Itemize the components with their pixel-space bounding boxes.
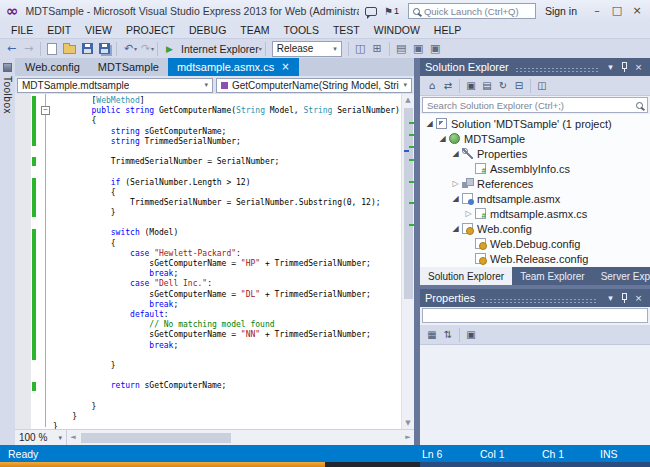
home-icon[interactable]: ⌂ bbox=[424, 80, 440, 91]
menu-item-team[interactable]: TEAM bbox=[233, 22, 276, 38]
properties-shortcut-icon[interactable]: ▣ bbox=[427, 40, 444, 58]
expand-arrow-icon[interactable]: ◢ bbox=[450, 149, 461, 158]
preview-selected-icon[interactable]: ◫ bbox=[534, 80, 550, 91]
tree-item[interactable]: ▷mdtsample.asmx.cs bbox=[420, 206, 650, 221]
expand-arrow-icon[interactable]: ▷ bbox=[450, 179, 461, 188]
menu-item-debug[interactable]: DEBUG bbox=[182, 22, 233, 38]
tab-mdtsample-asmx-cs[interactable]: mdtsample.asmx.cs × bbox=[168, 58, 299, 76]
toolbox-strip[interactable]: Toolbox bbox=[0, 58, 15, 445]
solution-explorer-shortcut-icon[interactable]: ▤ bbox=[393, 40, 410, 58]
extensions-icon[interactable]: ⊞ bbox=[369, 40, 386, 58]
expand-arrow-icon[interactable]: ◢ bbox=[450, 224, 461, 233]
sign-in-link[interactable]: Sign in bbox=[545, 5, 577, 17]
cs-icon bbox=[475, 208, 486, 219]
quick-launch-input[interactable] bbox=[424, 6, 531, 17]
tab-mdtsample[interactable]: MDTSample bbox=[89, 58, 168, 76]
tree-item[interactable]: Web.Release.config bbox=[420, 251, 650, 266]
feedback-icon[interactable] bbox=[365, 7, 377, 16]
solution-tree[interactable]: ◢Solution 'MDTSample' (1 project)◢MDTSam… bbox=[420, 114, 650, 267]
team-explorer-shortcut-icon[interactable]: ▣ bbox=[410, 40, 427, 58]
scroll-left-icon[interactable]: ◄ bbox=[67, 430, 79, 445]
tree-item[interactable]: ◢Properties bbox=[420, 146, 650, 161]
scroll-down-icon[interactable]: ▼ bbox=[402, 417, 414, 429]
collapse-region-icon[interactable] bbox=[41, 106, 50, 115]
properties-header[interactable]: Properties ▾ × bbox=[420, 289, 650, 307]
tree-item[interactable]: ▷References bbox=[420, 176, 650, 191]
chevron-down-icon: ▾ bbox=[58, 434, 62, 442]
pin-icon[interactable] bbox=[622, 293, 627, 300]
property-pages-icon[interactable]: ▣ bbox=[463, 329, 479, 340]
type-dropdown[interactable]: MDTSample.mdtsample ▾ bbox=[17, 78, 213, 93]
tab-team-explorer[interactable]: Team Explorer bbox=[512, 267, 592, 285]
toolbar-separator bbox=[116, 42, 117, 56]
configuration-combo[interactable]: Release ▾ bbox=[272, 41, 342, 57]
solution-search-input[interactable] bbox=[427, 100, 632, 111]
maximize-button[interactable]: □ bbox=[607, 1, 627, 21]
expand-arrow-icon[interactable]: ◢ bbox=[450, 194, 461, 203]
menu-item-edit[interactable]: EDIT bbox=[40, 22, 78, 38]
alphabetical-icon[interactable]: ⇅ bbox=[440, 329, 456, 340]
navigate-forward-icon[interactable]: → bbox=[20, 40, 37, 58]
scrollbar-thumb[interactable] bbox=[81, 433, 231, 443]
show-all-files-icon[interactable]: ▤ bbox=[479, 80, 495, 91]
expand-arrow-icon[interactable]: ◢ bbox=[424, 119, 435, 128]
navigate-backward-icon[interactable]: ← bbox=[3, 40, 20, 58]
save-icon[interactable] bbox=[82, 43, 93, 54]
member-dropdown[interactable]: GetComputerName(String Model, String Ser… bbox=[216, 78, 412, 93]
expand-arrow-icon[interactable]: ▷ bbox=[463, 209, 474, 218]
open-file-icon[interactable] bbox=[63, 45, 76, 54]
close-icon[interactable]: × bbox=[632, 62, 645, 72]
sync-with-active-document-icon[interactable]: ⇄ bbox=[440, 80, 456, 91]
expand-arrow-icon[interactable]: ◢ bbox=[437, 134, 448, 143]
toolbar-separator bbox=[40, 42, 41, 56]
collapse-all-icon[interactable]: ⊟ bbox=[511, 80, 527, 91]
window-position-icon[interactable]: ▾ bbox=[604, 293, 617, 303]
zoom-dropdown[interactable]: 100 % ▾ bbox=[15, 430, 67, 445]
run-target-label[interactable]: Internet Explorer bbox=[181, 43, 259, 55]
redo-dropdown-icon[interactable]: ▾ bbox=[151, 45, 154, 52]
horizontal-scrollbar[interactable]: ◄ ► bbox=[67, 430, 414, 445]
new-file-icon[interactable] bbox=[47, 43, 57, 55]
solution-search-box[interactable] bbox=[422, 97, 648, 113]
code-area[interactable]: [WebMethod] public string GetComputerNam… bbox=[53, 96, 401, 429]
tree-item[interactable]: AssemblyInfo.cs bbox=[420, 161, 650, 176]
close-icon[interactable]: × bbox=[632, 293, 645, 303]
close-button[interactable]: × bbox=[627, 1, 647, 21]
tree-item[interactable]: ◢Web.config bbox=[420, 221, 650, 236]
tree-item[interactable]: ◢mdtsample.asmx bbox=[420, 191, 650, 206]
tab-server-explorer[interactable]: Server Explorer bbox=[593, 267, 650, 285]
scroll-up-icon[interactable]: ▲ bbox=[402, 94, 414, 106]
menu-item-help[interactable]: HELP bbox=[427, 22, 468, 38]
tree-item[interactable]: ◢Solution 'MDTSample' (1 project) bbox=[420, 116, 650, 131]
tree-item[interactable]: ◢MDTSample bbox=[420, 131, 650, 146]
vertical-scrollbar[interactable]: ▲ ▼ bbox=[401, 94, 414, 429]
tree-item[interactable]: Web.Debug.config bbox=[420, 236, 650, 251]
window-position-icon[interactable]: ▾ bbox=[604, 62, 617, 72]
notifications-flag-icon[interactable]: ⚑1 bbox=[384, 6, 399, 17]
indicator-margin[interactable] bbox=[15, 94, 31, 429]
solution-explorer-header[interactable]: Solution Explorer ▾ × bbox=[420, 58, 650, 76]
tab-solution-explorer[interactable]: Solution Explorer bbox=[420, 267, 512, 285]
categorized-icon[interactable]: ▦ bbox=[424, 329, 440, 340]
menu-item-file[interactable]: FILE bbox=[4, 22, 40, 38]
save-all-icon[interactable] bbox=[99, 43, 110, 54]
tab-web-config[interactable]: Web.config bbox=[16, 58, 89, 76]
menu-item-test[interactable]: TEST bbox=[326, 22, 367, 38]
start-debug-icon[interactable]: ▶ bbox=[161, 40, 178, 58]
refresh-icon[interactable]: ↻ bbox=[495, 80, 511, 91]
menu-item-window[interactable]: WINDOW bbox=[367, 22, 427, 38]
toolbox-tab-label[interactable]: Toolbox bbox=[2, 76, 13, 114]
run-target-dropdown-icon[interactable]: ▾ bbox=[259, 45, 262, 52]
code-editor[interactable]: [WebMethod] public string GetComputerNam… bbox=[15, 94, 414, 429]
tab-close-icon[interactable]: × bbox=[281, 62, 289, 72]
menu-item-view[interactable]: VIEW bbox=[78, 22, 119, 38]
properties-object-combo[interactable] bbox=[422, 308, 648, 323]
menu-item-tools[interactable]: TOOLS bbox=[276, 22, 325, 38]
find-in-files-icon[interactable]: ◫ bbox=[352, 40, 369, 58]
minimize-button[interactable]: – bbox=[587, 1, 607, 21]
quick-launch-box[interactable] bbox=[408, 3, 536, 19]
scroll-right-icon[interactable]: ► bbox=[402, 430, 414, 445]
properties-icon[interactable]: ▣ bbox=[463, 80, 479, 91]
pin-icon[interactable] bbox=[622, 62, 627, 69]
menu-item-project[interactable]: PROJECT bbox=[119, 22, 182, 38]
